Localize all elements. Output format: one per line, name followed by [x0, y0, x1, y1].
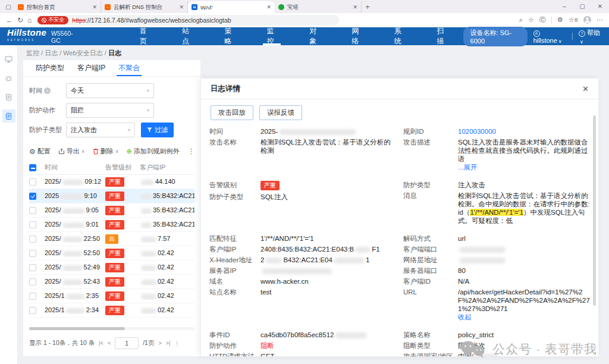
add-rule-exception-button[interactable]: ⊕添加到规则例外 [126, 147, 179, 156]
breadcrumb-separator: / [39, 49, 45, 57]
home-button[interactable]: ⌂ [27, 16, 32, 24]
nav-item-监控[interactable]: 监控 [251, 27, 293, 45]
configure-button[interactable]: ⚙配置 [29, 147, 51, 156]
tab-close-icon[interactable]: ✕ [179, 4, 184, 10]
browser-tab[interactable]: -云解析 DNS 控制台✕ [101, 1, 188, 13]
field-value: www.h-acker.cn [260, 277, 396, 285]
close-window-button[interactable]: ✕ [591, 0, 609, 12]
url-field[interactable]: 不安全 https://172.16.7.48/#waflogwebsec/we… [36, 15, 339, 26]
browser-menu-icon[interactable]: ⋯ [597, 16, 603, 24]
pagination-more-icon[interactable]: ⋮ [174, 340, 180, 346]
redacted-blur [141, 251, 156, 257]
tab-close-icon[interactable]: ✕ [353, 4, 357, 10]
attack-replay-button[interactable]: 攻击回放 [211, 105, 253, 120]
field-label: 消息 [403, 192, 458, 225]
nav-item-扫描[interactable]: 扫描 [420, 27, 463, 45]
filter-select[interactable]: 注入攻击▾ [66, 123, 135, 137]
profile-avatar[interactable] [583, 16, 591, 24]
filter-tab-防护类型[interactable]: 防护类型 [29, 60, 71, 76]
row-checkbox[interactable] [29, 278, 36, 285]
breadcrumb-item[interactable]: 监控 [26, 49, 39, 57]
redacted-blur [141, 265, 156, 271]
field-value: 2025- [260, 127, 396, 136]
row-checkbox[interactable] [29, 207, 36, 214]
table-row[interactable]: 2025/22:50高7.57 [29, 232, 194, 246]
first-page-button[interactable]: |< [99, 340, 103, 346]
filter-tab-不聚合[interactable]: 不聚合 [112, 60, 146, 76]
back-button[interactable]: ← [6, 16, 13, 24]
filter-select[interactable]: 今天▾ [66, 83, 154, 98]
table-row[interactable]: 2025/52:43严重02.42 [29, 275, 194, 289]
row-checkbox[interactable] [29, 264, 36, 271]
chevron-down-icon: ∨ [115, 149, 119, 154]
extensions-icon[interactable]: ⚙ [557, 16, 563, 24]
table-row[interactable]: 2025/09:12严重44.140 [29, 175, 194, 189]
maximize-button[interactable]: ▢ [573, 0, 591, 12]
table-row[interactable]: 2025/52:49严重02.42 [29, 261, 194, 275]
nav-item-首页[interactable]: 首页 [124, 27, 166, 45]
table-row[interactable]: 2025/12:35严重02.42 [29, 289, 194, 303]
minimize-button[interactable]: – [555, 0, 573, 12]
more-icon[interactable]: ⋮ [188, 148, 194, 155]
filter-tab-客户端IP[interactable]: 客户端IP [71, 60, 112, 76]
row-checkbox[interactable] [29, 193, 36, 200]
severity-badge: 严重 [105, 192, 124, 201]
close-icon[interactable]: ✕ [582, 84, 589, 93]
nav-item-网络[interactable]: 网络 [335, 27, 378, 45]
table-row[interactable]: 2025/52:50严重02.42 [29, 246, 194, 261]
redacted-blur [62, 180, 84, 186]
browser-tab[interactable]: -控制台首页✕ [14, 1, 101, 13]
user-menu[interactable]: ♙hillstone∨ [533, 29, 566, 44]
report-icon[interactable] [2, 90, 15, 103]
prev-page-button[interactable]: < [108, 340, 111, 346]
info-icon[interactable]: i [44, 87, 51, 94]
tab-close-icon[interactable]: ✕ [92, 4, 97, 10]
last-page-button[interactable]: >| [166, 340, 171, 346]
table-row[interactable]: 2025/9:01严重35:B432:AC21:E [29, 218, 194, 232]
favorite-star-icon[interactable]: ☆ [528, 16, 534, 24]
tab-actions-icon[interactable]: ▢ [2, 1, 14, 12]
row-checkbox[interactable] [29, 236, 36, 243]
tab-close-icon[interactable]: ✕ [266, 4, 271, 10]
filter-button[interactable]: 过滤 [141, 123, 174, 137]
select-all-checkbox[interactable] [29, 164, 36, 171]
false-positive-feedback-button[interactable]: 误报反馈 [259, 105, 302, 120]
filter-select[interactable]: 阻拦▾ [66, 103, 154, 118]
breadcrumb-item[interactable]: Web安全日志 [63, 49, 102, 57]
threat-icon[interactable] [2, 71, 15, 84]
refresh-button[interactable]: ↻ [17, 16, 23, 24]
pagination: 显示 1 - 10条，共 10 条 |< < 1 /1页 > >| ⋮ [29, 337, 194, 349]
breadcrumb-item[interactable]: 日志 [45, 49, 58, 57]
column-header: 时间 [45, 163, 105, 172]
row-checkbox[interactable] [29, 178, 36, 186]
delete-button[interactable]: 删除∨ [93, 147, 119, 156]
favorites-bar-icon[interactable]: ☆≡ [569, 16, 578, 24]
export-button[interactable]: 导出∨ [58, 147, 85, 156]
search-icon[interactable]: ⌕ [519, 16, 523, 24]
nav-item-策略[interactable]: 策略 [208, 27, 250, 45]
nav-item-对象[interactable]: 对象 [293, 27, 335, 45]
next-page-button[interactable]: > [158, 340, 161, 346]
monitor-icon[interactable] [2, 52, 15, 65]
horizontal-scrollbar[interactable] [29, 327, 194, 330]
browser-extension-c-icon[interactable]: Ⓒ [539, 15, 546, 24]
nav-item-站点[interactable]: 站点 [166, 27, 208, 45]
panel-scrollbar[interactable] [593, 115, 596, 306]
row-checkbox[interactable] [29, 307, 36, 314]
browser-tab[interactable]: HWAF✕ [188, 1, 275, 13]
log-icon[interactable] [2, 109, 15, 123]
row-checkbox[interactable] [29, 250, 36, 257]
table-row[interactable]: 20259:10严重35:B432:AC21:E [29, 189, 194, 203]
new-tab-button[interactable]: + [362, 3, 373, 11]
row-checkbox[interactable] [29, 293, 36, 300]
time-cell: 2025/09:12 [45, 178, 105, 185]
redacted-blur [334, 258, 365, 263]
row-checkbox[interactable] [29, 221, 36, 228]
table-row[interactable]: 2025/12:34严重02.42 [29, 303, 194, 318]
not-secure-badge[interactable]: 不安全 [37, 16, 68, 24]
nav-item-系统[interactable]: 系统 [378, 27, 420, 45]
help-menu[interactable]: ?帮助∨ [579, 29, 602, 45]
browser-tab[interactable]: 宝塔✕ [275, 1, 362, 13]
page-input[interactable]: 1 [115, 337, 139, 349]
table-row[interactable]: 2025/9:05严重35:B432:AC21:E [29, 203, 194, 218]
